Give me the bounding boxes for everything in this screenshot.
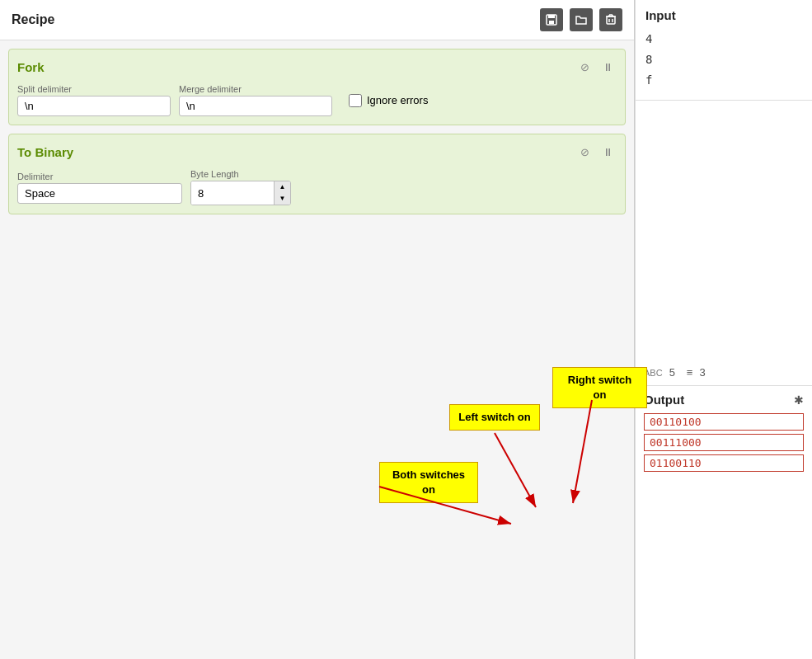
annotation-area: Both switches on Left switch on Right sw…	[0, 223, 634, 659]
byte-length-group: Byte Length ▲ ▼	[190, 169, 291, 205]
output-action-button[interactable]: ✱	[794, 393, 804, 407]
input-section: Input 4 8 f	[636, 0, 812, 101]
delete-button[interactable]	[599, 8, 622, 31]
open-button[interactable]	[570, 8, 593, 31]
split-delimiter-input[interactable]	[17, 96, 171, 116]
svg-rect-3	[607, 16, 615, 24]
both-switches-annotation: Both switches on	[379, 462, 478, 503]
tobinary-card-title: To Binary	[17, 145, 73, 159]
tobinary-card-header: To Binary ⊘ ⏸	[17, 143, 617, 161]
output-value-1: 00110100	[644, 413, 804, 431]
fork-card-controls: ⊘ ⏸	[575, 58, 617, 76]
svg-line-13	[573, 400, 592, 503]
byte-length-label: Byte Length	[190, 169, 291, 179]
svg-rect-2	[549, 21, 554, 24]
output-stats: ABC 5 ≡ 3	[636, 360, 812, 386]
byte-length-increment[interactable]: ▲	[274, 181, 290, 193]
fork-card: Fork ⊘ ⏸ Split delimiter Merge delimiter	[8, 49, 626, 125]
input-title: Input	[645, 8, 802, 22]
split-delimiter-group: Split delimiter	[17, 84, 171, 116]
main-container: Recipe Fork ⊘	[0, 0, 812, 659]
right-switch-annotation: Right switch on	[552, 367, 647, 408]
ignore-errors-checkbox[interactable]	[349, 94, 362, 107]
fork-card-header: Fork ⊘ ⏸	[17, 58, 617, 76]
tobinary-card-fields: Delimiter Byte Length ▲ ▼	[17, 169, 617, 205]
save-button[interactable]	[540, 8, 563, 31]
split-delimiter-label: Split delimiter	[17, 84, 171, 94]
output-header: Output ✱	[644, 393, 804, 407]
byte-length-input[interactable]	[191, 181, 274, 205]
delimiter-group: Delimiter	[17, 172, 182, 204]
fork-pause-button[interactable]: ⏸	[598, 58, 617, 76]
middle-spacer	[636, 101, 812, 360]
byte-length-spinner: ▲ ▼	[274, 181, 290, 205]
merge-delimiter-label: Merge delimiter	[179, 84, 332, 94]
merge-delimiter-group: Merge delimiter	[179, 84, 332, 116]
output-value-3: 01100110	[644, 454, 804, 472]
output-section: Output ✱ 00110100 00111000 01100110	[636, 386, 812, 659]
right-panel: Input 4 8 f ABC 5 ≡ 3 Output ✱ 00110100 …	[635, 0, 812, 659]
tobinary-card: To Binary ⊘ ⏸ Delimiter Byte Length	[8, 134, 626, 214]
fork-card-fields: Split delimiter Merge delimiter Ignore e…	[17, 84, 617, 116]
input-value-2: 8	[645, 49, 802, 70]
byte-length-decrement[interactable]: ▼	[274, 193, 290, 205]
output-values: 00110100 00111000 01100110	[644, 413, 804, 472]
output-value-2: 00111000	[644, 434, 804, 451]
fork-card-title: Fork	[17, 60, 45, 74]
filter-icon: ≡	[687, 366, 693, 379]
input-value-1: 4	[645, 29, 802, 49]
tobinary-disable-button[interactable]: ⊘	[575, 143, 594, 161]
left-switch-annotation: Left switch on	[449, 404, 540, 431]
merge-delimiter-input[interactable]	[179, 96, 332, 116]
ignore-errors-group: Ignore errors	[349, 94, 428, 107]
recipe-actions	[540, 8, 622, 31]
svg-line-12	[495, 433, 536, 507]
recipe-header: Recipe	[0, 0, 634, 40]
byte-length-input-row: ▲ ▼	[190, 181, 291, 205]
left-panel: Recipe Fork ⊘	[0, 0, 635, 659]
svg-rect-1	[548, 15, 555, 18]
tobinary-card-controls: ⊘ ⏸	[575, 143, 617, 161]
fork-disable-button[interactable]: ⊘	[575, 58, 594, 76]
ignore-errors-label: Ignore errors	[367, 94, 428, 106]
tobinary-pause-button[interactable]: ⏸	[598, 143, 617, 161]
stat-filter: 3	[699, 366, 705, 379]
input-value-3: f	[645, 70, 802, 91]
stat-count: 5	[669, 366, 675, 379]
delimiter-label: Delimiter	[17, 172, 182, 181]
delimiter-input[interactable]	[17, 183, 182, 204]
output-title: Output	[644, 393, 684, 407]
cards-area: Fork ⊘ ⏸ Split delimiter Merge delimiter	[0, 40, 634, 223]
recipe-title: Recipe	[12, 12, 54, 27]
input-values: 4 8 f	[645, 29, 802, 92]
arrows-svg	[0, 223, 634, 659]
